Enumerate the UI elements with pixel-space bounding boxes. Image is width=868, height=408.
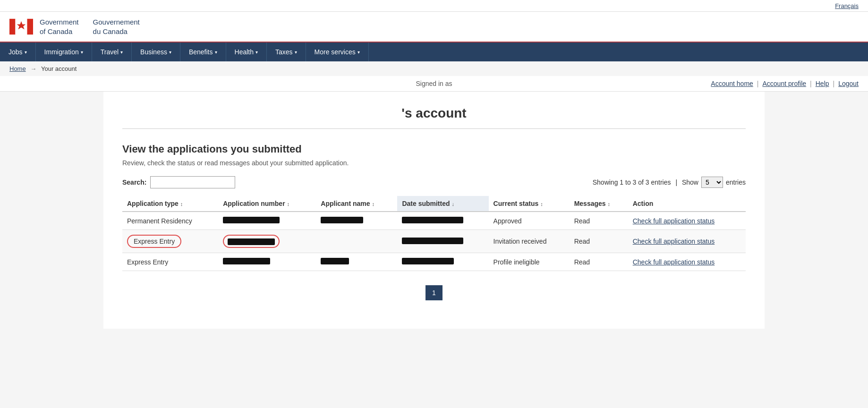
col-app-number[interactable]: Application number ↕ <box>218 196 316 212</box>
nav-more-services-arrow: ▾ <box>357 50 360 55</box>
date-submitted-cell-2 <box>397 230 488 253</box>
nav-health[interactable]: Health ▾ <box>226 42 267 61</box>
account-profile-link[interactable]: Account profile <box>762 80 806 87</box>
express-entry-circled: Express Entry <box>127 235 181 248</box>
check-status-link-2[interactable]: Check full application status <box>633 238 715 245</box>
canada-flag-logo <box>9 18 33 36</box>
applicant-name-cell-3 <box>316 253 397 271</box>
action-cell: Check full application status <box>628 212 746 230</box>
col-current-status[interactable]: Current status ↕ <box>489 196 570 212</box>
col-action: Action <box>628 196 746 212</box>
applications-table: Application type ↕ Application number ↕ … <box>122 196 746 271</box>
nav-taxes[interactable]: Taxes ▾ <box>267 42 306 61</box>
nav-business-arrow: ▾ <box>169 50 171 55</box>
main-content: 's account View the applications you sub… <box>103 92 765 329</box>
site-header: Governmentof Canada Gouvernementdu Canad… <box>0 12 868 42</box>
messages-cell: Read <box>570 212 628 230</box>
help-link[interactable]: Help <box>816 80 829 87</box>
nav-taxes-arrow: ▾ <box>295 50 297 55</box>
app-number-redacted <box>223 217 280 223</box>
account-home-link[interactable]: Account home <box>711 80 753 87</box>
app-type-cell-3: Express Entry <box>122 253 218 271</box>
app-number-cell-3 <box>218 253 316 271</box>
nav-immigration-arrow: ▾ <box>81 50 83 55</box>
date-submitted-cell <box>397 212 488 230</box>
table-controls: Search: Showing 1 to 3 of 3 entries | Sh… <box>122 176 746 188</box>
applicant-name-redacted-3 <box>321 258 349 264</box>
col-messages[interactable]: Messages ↕ <box>570 196 628 212</box>
table-row: Express Entry Profile ineligible Read Ch… <box>122 253 746 271</box>
app-number-circled <box>223 235 280 248</box>
action-cell-2: Check full application status <box>628 230 746 253</box>
date-redacted-2 <box>402 238 463 244</box>
check-status-link-1[interactable]: Check full application status <box>633 217 715 225</box>
sort-app-type: ↕ <box>180 201 183 207</box>
breadcrumb-separator: → <box>30 65 38 72</box>
section-title: View the applications you submitted <box>122 143 746 155</box>
page-1-button[interactable]: 1 <box>425 285 443 300</box>
showing-text: Showing 1 to 3 of 3 entries <box>593 178 671 186</box>
breadcrumb-home[interactable]: Home <box>9 65 26 72</box>
breadcrumb-current: Your account <box>41 65 77 72</box>
signed-in-label: Signed in as <box>416 80 452 87</box>
app-number-redacted-2 <box>228 238 275 245</box>
table-row: Express Entry Invitation received Read C… <box>122 230 746 253</box>
col-app-type[interactable]: Application type ↕ <box>122 196 218 212</box>
date-strikethrough-2 <box>402 238 463 246</box>
check-status-link-3[interactable]: Check full application status <box>633 258 715 266</box>
nav-benefits[interactable]: Benefits ▾ <box>180 42 226 61</box>
col-date-submitted[interactable]: Date submitted ↓ <box>397 196 488 212</box>
table-row: Permanent Residency Approved Read Check … <box>122 212 746 230</box>
messages-cell-3: Read <box>570 253 628 271</box>
account-links: Account home | Account profile | Help | … <box>711 80 859 87</box>
current-status-cell-3: Profile ineligible <box>489 253 570 271</box>
nav-health-arrow: ▾ <box>255 50 258 55</box>
applicant-name-cell <box>316 212 397 230</box>
nav-more-services[interactable]: More services ▾ <box>306 42 369 61</box>
nav-jobs[interactable]: Jobs ▾ <box>0 42 36 61</box>
svg-rect-0 <box>9 19 16 34</box>
sep2: | <box>810 80 812 87</box>
account-bar: Signed in as Account home | Account prof… <box>0 76 868 92</box>
col-applicant-name[interactable]: Applicant name ↕ <box>316 196 397 212</box>
app-number-cell <box>218 212 316 230</box>
site-logo-text: Governmentof Canada <box>40 17 79 36</box>
nav-business[interactable]: Business ▾ <box>132 42 180 61</box>
action-cell-3: Check full application status <box>628 253 746 271</box>
language-toggle[interactable]: Français <box>835 2 859 9</box>
page-title: 's account <box>122 106 746 129</box>
search-label: Search: <box>122 178 146 186</box>
search-area: Search: <box>122 176 235 188</box>
sep3: | <box>833 80 835 87</box>
nav-travel-arrow: ▾ <box>120 50 123 55</box>
applicant-name-cell-2 <box>316 230 397 253</box>
section-description: Review, check the status or read message… <box>122 159 746 167</box>
show-entries-select[interactable]: 5 10 25 50 <box>701 177 723 188</box>
app-type-cell-circled: Express Entry <box>122 230 218 253</box>
sort-messages: ↕ <box>607 201 610 207</box>
nav-immigration[interactable]: Immigration ▾ <box>36 42 92 61</box>
current-status-cell: Approved <box>489 212 570 230</box>
date-redacted-3 <box>402 258 454 264</box>
pagination: 1 <box>122 285 746 300</box>
nav-jobs-arrow: ▾ <box>25 50 27 55</box>
sort-app-number: ↕ <box>287 201 290 207</box>
breadcrumb: Home → Your account <box>0 61 868 76</box>
app-number-cell-circled <box>218 230 316 253</box>
main-navigation: Jobs ▾ Immigration ▾ Travel ▾ Business ▾… <box>0 42 868 61</box>
nav-benefits-arrow: ▾ <box>215 50 217 55</box>
nav-travel[interactable]: Travel ▾ <box>92 42 132 61</box>
app-type-cell: Permanent Residency <box>122 212 218 230</box>
entries-label: entries <box>726 178 746 186</box>
logo-line1: Governmentof Canada <box>40 18 79 35</box>
sort-date: ↓ <box>451 201 454 207</box>
sort-status: ↕ <box>540 201 543 207</box>
sort-applicant-name: ↕ <box>372 201 374 207</box>
logout-link[interactable]: Logout <box>838 80 859 87</box>
current-status-cell-2: Invitation received <box>489 230 570 253</box>
app-number-redacted-3 <box>223 258 270 264</box>
search-input[interactable] <box>150 176 235 188</box>
show-area: Showing 1 to 3 of 3 entries | Show 5 10 … <box>593 177 746 188</box>
date-strikethrough-3 <box>402 258 454 266</box>
date-redacted <box>402 217 463 223</box>
